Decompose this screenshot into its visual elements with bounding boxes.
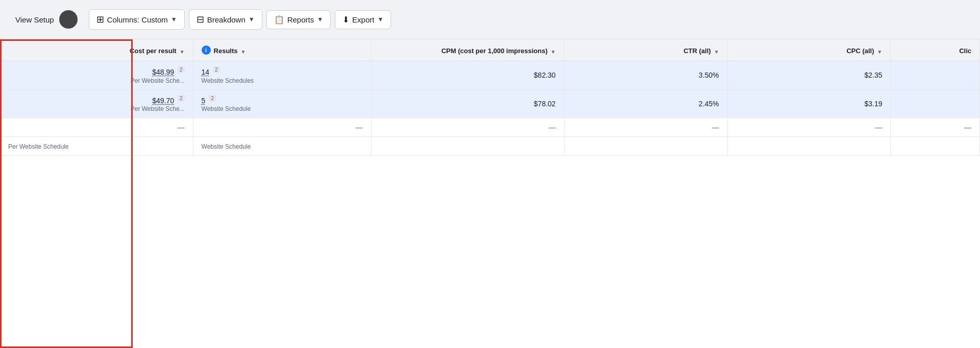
- cpm-value-row3: —: [549, 123, 556, 131]
- col-header-cpc-label: CPC (all): [846, 47, 874, 55]
- columns-label: Columns: Custom: [107, 15, 168, 24]
- view-setup-item: View Setup: [8, 6, 85, 33]
- columns-button[interactable]: Columns: Custom ▼: [89, 9, 185, 30]
- breakdown-button[interactable]: Breakdown ▼: [189, 9, 262, 30]
- results-sub-row4: Website Schedule: [202, 143, 363, 150]
- results-badge-row1: 2: [213, 66, 220, 73]
- col-header-results[interactable]: i Results ▼: [193, 39, 371, 61]
- breakdown-chevron-icon: ▼: [249, 16, 255, 23]
- reports-button[interactable]: Reports ▼: [266, 10, 331, 29]
- cell-cost-row2: $49.70 2 Per Website Sche...: [0, 89, 193, 118]
- results-sub-row2: Website Schedule: [202, 105, 363, 112]
- col-header-clicks-label: Clic: [959, 47, 971, 55]
- cell-cpm-row1: $82.30: [371, 61, 564, 90]
- cell-ctr-row3: —: [564, 118, 727, 137]
- col-header-ctr-label: CTR (all): [683, 47, 710, 55]
- table-wrapper: Cost per result ▼ i Results ▼ CPM: [0, 39, 980, 348]
- col-header-results-label: Results: [214, 47, 238, 55]
- table-row: Per Website Schedule Website Schedule: [0, 137, 980, 156]
- cell-clicks-row1: [891, 61, 980, 90]
- export-chevron-icon: ▼: [377, 16, 383, 23]
- cpc-value-row3: —: [875, 123, 882, 131]
- cpc-value-row2: $3.19: [864, 100, 882, 108]
- data-table: Cost per result ▼ i Results ▼ CPM: [0, 39, 980, 156]
- cell-cpc-row1: $2.35: [727, 61, 891, 90]
- table-header-row: Cost per result ▼ i Results ▼ CPM: [0, 39, 980, 61]
- cost-value-row3: —: [178, 123, 185, 131]
- cpc-value-row1: $2.35: [864, 71, 882, 79]
- cell-results-row2: 5 2 Website Schedule: [193, 89, 371, 118]
- toolbar: View Setup Columns: Custom ▼ Breakdown ▼…: [0, 0, 980, 39]
- cell-cpm-row3: —: [371, 118, 564, 137]
- cell-cpc-row3: —: [727, 118, 891, 137]
- cell-results-row1: 14 2 Website Schedules: [193, 61, 371, 90]
- cpm-value-row2: $78.02: [534, 100, 556, 108]
- sort-arrow-ctr-icon: ▼: [714, 49, 719, 55]
- results-value-row1: 14: [202, 68, 210, 76]
- cell-ctr-row1: 3.50%: [564, 61, 727, 90]
- cost-value-row2: $49.70: [152, 96, 174, 104]
- results-sub-row1: Website Schedules: [202, 77, 363, 84]
- reports-icon: [274, 15, 284, 25]
- export-button[interactable]: Export ▼: [335, 10, 391, 29]
- cell-results-row3: —: [193, 118, 371, 137]
- sort-arrow-results-icon: ▼: [241, 49, 246, 55]
- sort-arrow-cpc-icon: ▼: [877, 49, 883, 55]
- results-badge-row2: 2: [209, 95, 216, 102]
- cost-value-row1: $48.99: [152, 68, 174, 76]
- cost-sub-row1: Per Website Sche...: [8, 77, 185, 84]
- reports-label: Reports: [287, 15, 314, 24]
- ctr-value-row3: —: [712, 123, 719, 131]
- columns-icon: [96, 14, 104, 25]
- cost-badge-row2: 2: [178, 95, 185, 102]
- table-row: — — — — — —: [0, 118, 980, 137]
- breakdown-label: Breakdown: [207, 15, 246, 24]
- cost-sub-row4: Per Website Schedule: [8, 143, 185, 150]
- cell-cpm-row4: [371, 137, 564, 156]
- cell-clicks-row2: [891, 89, 980, 118]
- results-value-row2: 5: [202, 96, 206, 104]
- col-header-cost-per-result-label: Cost per result: [130, 47, 177, 55]
- view-setup-toggle[interactable]: [59, 10, 78, 29]
- clicks-value-row3: —: [964, 123, 971, 131]
- columns-chevron-icon: ▼: [171, 16, 177, 23]
- cell-cost-row1: $48.99 2 Per Website Sche...: [0, 61, 193, 90]
- export-icon: [342, 15, 349, 25]
- cell-ctr-row2: 2.45%: [564, 89, 727, 118]
- sort-arrow-icon: ▼: [180, 49, 185, 55]
- results-info-icon[interactable]: i: [202, 45, 211, 55]
- cell-cpc-row4: [727, 137, 891, 156]
- col-header-cpm-label: CPM (cost per 1,000 impressions): [442, 47, 548, 55]
- cell-clicks-row4: [891, 137, 980, 156]
- table-container: Cost per result ▼ i Results ▼ CPM: [0, 39, 980, 348]
- cost-sub-row2: Per Website Sche...: [8, 105, 185, 112]
- reports-chevron-icon: ▼: [317, 16, 323, 23]
- cell-cpm-row2: $78.02: [371, 89, 564, 118]
- table-row: $49.70 2 Per Website Sche... 5 2 Website…: [0, 89, 980, 118]
- cell-clicks-row3: —: [891, 118, 980, 137]
- breakdown-icon: [197, 14, 204, 25]
- results-value-row3: —: [356, 123, 363, 131]
- ctr-value-row2: 2.45%: [699, 100, 719, 108]
- col-header-clicks[interactable]: Clic: [891, 39, 980, 61]
- col-header-cpm[interactable]: CPM (cost per 1,000 impressions) ▼: [371, 39, 564, 61]
- view-setup-label: View Setup: [15, 15, 54, 24]
- cell-cost-row4: Per Website Schedule: [0, 137, 193, 156]
- col-header-cost-per-result[interactable]: Cost per result ▼: [0, 39, 193, 61]
- table-row: $48.99 2 Per Website Sche... 14 2 Websit…: [0, 61, 980, 90]
- cell-cpc-row2: $3.19: [727, 89, 891, 118]
- export-label: Export: [352, 15, 374, 24]
- cell-ctr-row4: [564, 137, 727, 156]
- col-header-cpc[interactable]: CPC (all) ▼: [727, 39, 891, 61]
- ctr-value-row1: 3.50%: [699, 71, 719, 79]
- cpm-value-row1: $82.30: [534, 71, 556, 79]
- cell-cost-row3: —: [0, 118, 193, 137]
- sort-arrow-cpm-icon: ▼: [551, 49, 556, 55]
- cost-badge-row1: 2: [178, 66, 185, 73]
- cell-results-row4: Website Schedule: [193, 137, 371, 156]
- col-header-ctr[interactable]: CTR (all) ▼: [564, 39, 727, 61]
